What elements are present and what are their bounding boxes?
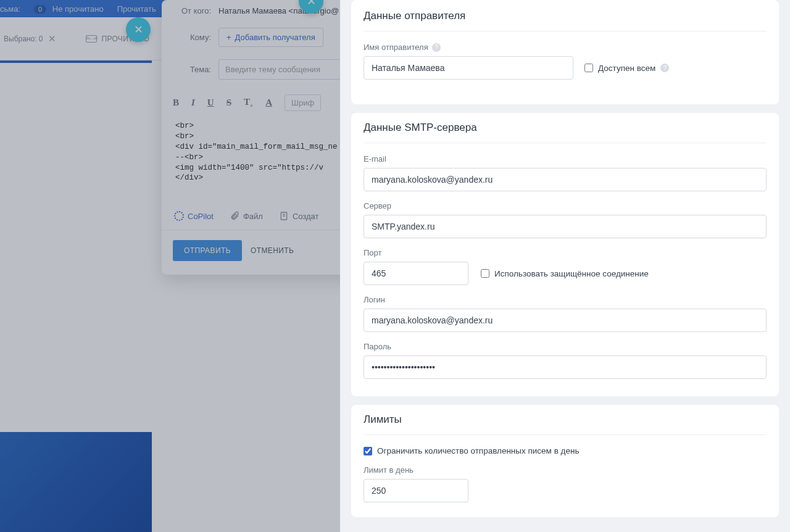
sender-name-label: Имя отправителя ? bbox=[364, 43, 767, 52]
daily-limit-label: Лимит в день bbox=[364, 465, 767, 475]
public-checkbox[interactable] bbox=[584, 64, 593, 72]
server-input[interactable] bbox=[364, 215, 767, 238]
smtp-card-title: Данные SMTP-сервера bbox=[364, 113, 767, 143]
smtp-settings-panel: Данные отправителя Имя отправителя ? Дос… bbox=[340, 0, 790, 532]
password-label: Пароль bbox=[364, 342, 767, 351]
server-label: Сервер bbox=[364, 201, 767, 210]
password-input[interactable] bbox=[364, 355, 767, 379]
sender-card: Данные отправителя Имя отправителя ? Дос… bbox=[351, 0, 779, 104]
sender-card-title: Данные отправителя bbox=[364, 1, 767, 31]
limit-enable-checkbox[interactable] bbox=[364, 447, 372, 455]
limit-enable-row[interactable]: Ограничить количество отправленных писем… bbox=[364, 446, 767, 455]
sender-name-input[interactable] bbox=[364, 56, 573, 80]
port-input[interactable] bbox=[364, 262, 468, 285]
smtp-card: Данные SMTP-сервера E-mail Сервер Порт И… bbox=[351, 113, 779, 396]
email-input[interactable] bbox=[364, 168, 767, 191]
limit-enable-label: Ограничить количество отправленных писем… bbox=[377, 446, 579, 455]
ssl-label: Использовать защищённое соединение bbox=[494, 269, 649, 278]
help-icon[interactable]: ? bbox=[432, 43, 441, 52]
login-input[interactable] bbox=[364, 309, 767, 332]
email-label: E-mail bbox=[364, 154, 767, 164]
daily-limit-input[interactable] bbox=[364, 479, 468, 502]
public-label: Доступен всем bbox=[598, 64, 655, 73]
login-label: Логин bbox=[364, 295, 767, 304]
limits-card-title: Лимиты bbox=[364, 405, 767, 435]
help-icon[interactable]: ? bbox=[660, 64, 669, 72]
public-checkbox-row[interactable]: Доступен всем ? bbox=[584, 64, 669, 73]
ssl-checkbox-row[interactable]: Использовать защищённое соединение bbox=[481, 269, 649, 278]
ssl-checkbox[interactable] bbox=[481, 269, 489, 278]
port-label: Порт bbox=[364, 248, 767, 257]
limits-card: Лимиты Ограничить количество отправленны… bbox=[351, 405, 779, 517]
